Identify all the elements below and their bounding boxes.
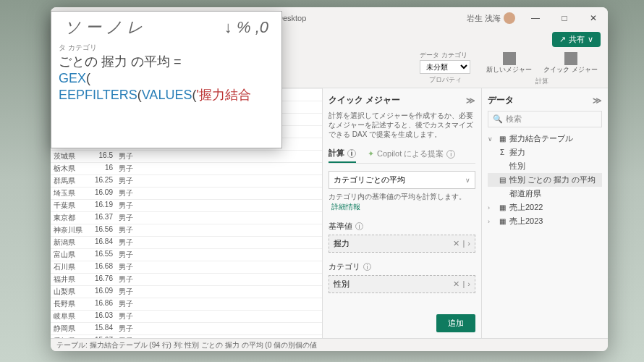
table-row[interactable]: 岐阜県16.03男子 (51, 311, 322, 323)
status-bar: テーブル: 握力結合テーブル (94 行) 列: 性別 ごとの 握力 の平均 (… (51, 338, 608, 351)
fields-tree: ∨▦握力結合テーブル Σ握力 性別 ▤性別 ごとの 握力 の平均 都道府県 ›▦… (488, 132, 602, 228)
table-row[interactable]: 群馬県16.25男子 (51, 175, 322, 188)
table-row[interactable]: 長野県16.86男子 (51, 298, 322, 311)
avatar (504, 12, 515, 24)
clear-icon[interactable]: ✕ (453, 239, 459, 248)
sigma-icon: Σ (498, 148, 507, 157)
pane-title: クイック メジャー (329, 94, 400, 106)
chevron-right-icon[interactable]: › (467, 239, 470, 248)
ribbon-group-calculations: 新しいメジャー クイック メジャー 計算 (482, 51, 602, 86)
search-icon: 🔍 (493, 114, 503, 124)
table-row[interactable]: 新潟県16.84男子 (51, 237, 322, 249)
data-category-select[interactable]: 未分類 (420, 60, 470, 74)
measure-icon: ▤ (498, 176, 507, 185)
tree-field[interactable]: 都道府県 (488, 187, 602, 201)
details-link[interactable]: 詳細情報 (331, 203, 360, 211)
data-pane: データ ≫ 🔍 検索 ∨▦握力結合テーブル Σ握力 性別 ▤性別 ごとの 握力 … (481, 88, 608, 338)
table-row[interactable]: 東京都16.37男子 (51, 212, 322, 224)
ribbon-group-properties: データ カテゴリ 未分類 プロパティ (420, 51, 470, 85)
base-value-field[interactable]: 握力 ✕|› (329, 235, 475, 253)
info-icon: i (355, 222, 363, 230)
table-icon: ▦ (498, 135, 507, 143)
table-row[interactable]: 石川県16.68男子 (51, 261, 322, 274)
info-icon: i (347, 149, 356, 158)
pane-description: 計算を選択してメジャーを作成するか、必要なメジャーを記述すると、後でカスタマイズ… (329, 111, 475, 139)
measure-icon (503, 52, 516, 65)
table-row[interactable]: 神奈川県16.56男子 (51, 224, 322, 237)
tree-table[interactable]: ›▦売上2023 (488, 214, 602, 228)
tree-table[interactable]: ›▦売上2022 (488, 201, 602, 214)
share-button[interactable]: ↗ 共有 ∨ (552, 32, 601, 47)
quick-measure-pane: クイック メジャー ≫ 計算を選択してメジャーを作成するか、必要なメジャーを記述… (322, 88, 481, 338)
chevron-right-icon[interactable]: › (467, 279, 470, 289)
table-row[interactable]: 栃木県16男子 (51, 163, 322, 175)
info-icon: i (363, 263, 371, 271)
calculation-select[interactable]: カテゴリごとの平均∨ (329, 171, 475, 189)
table-icon: ▦ (498, 203, 507, 212)
quick-measure-icon (564, 52, 577, 65)
tree-field[interactable]: 性別 (488, 159, 602, 173)
tree-field-selected[interactable]: ▤性別 ごとの 握力 の平均 (488, 173, 602, 187)
maximize-button[interactable]: □ (550, 7, 579, 29)
table-row[interactable]: 茨城県16.5男子 (51, 151, 322, 163)
quick-measure-button[interactable]: クイック メジャー (539, 51, 602, 75)
data-category-label: データ カテゴリ (420, 51, 470, 60)
zoom-ribbon-frag-right: ↓ % ,0 (224, 17, 268, 38)
minimize-button[interactable]: — (521, 7, 550, 29)
clear-icon[interactable]: ✕ (453, 279, 459, 289)
add-button[interactable]: 追加 (436, 314, 475, 332)
table-row[interactable]: 福井県16.76男子 (51, 274, 322, 286)
close-button[interactable]: ✕ (579, 7, 608, 29)
table-row[interactable]: 静岡県15.84男子 (51, 323, 322, 335)
tab-copilot[interactable]: ✦ Copilot による提案i (368, 145, 455, 163)
table-row[interactable]: 埼玉県16.09男子 (51, 188, 322, 200)
share-icon: ↗ (559, 35, 566, 44)
sparkle-icon: ✦ (368, 149, 374, 159)
tab-calculation[interactable]: 計算i (329, 145, 356, 163)
magnifier-overlay: ソ ー ノ レ ↓ % ,0 タ カテゴリ ごとの 握力 の平均 = GEX( … (51, 11, 282, 148)
table-row[interactable]: 富山県16.55男子 (51, 249, 322, 261)
collapse-icon[interactable]: ≫ (593, 96, 602, 106)
table-row[interactable]: 山梨県16.09男子 (51, 286, 322, 298)
tree-table[interactable]: ∨▦握力結合テーブル (488, 132, 602, 146)
table-icon: ▦ (498, 217, 507, 226)
category-field[interactable]: 性別 ✕|› (329, 275, 475, 293)
collapse-icon[interactable]: ≫ (466, 96, 475, 106)
info-icon: i (446, 150, 455, 159)
chevron-down-icon: ∨ (465, 177, 470, 184)
tree-field[interactable]: Σ握力 (488, 146, 602, 159)
search-input[interactable]: 🔍 検索 (488, 111, 602, 127)
formula-bar-zoom: ごとの 握力 の平均 = GEX( EEPFILTERS(VALUES('握力結… (59, 54, 274, 104)
new-measure-button[interactable]: 新しいメジャー (482, 51, 536, 75)
table-row[interactable]: 千葉県16.19男子 (51, 200, 322, 212)
user-label[interactable]: 岩生 浅海 (467, 12, 515, 24)
zoom-ribbon-frag-left: ソ ー ノ レ (64, 17, 143, 38)
pane-title: データ (488, 94, 514, 106)
